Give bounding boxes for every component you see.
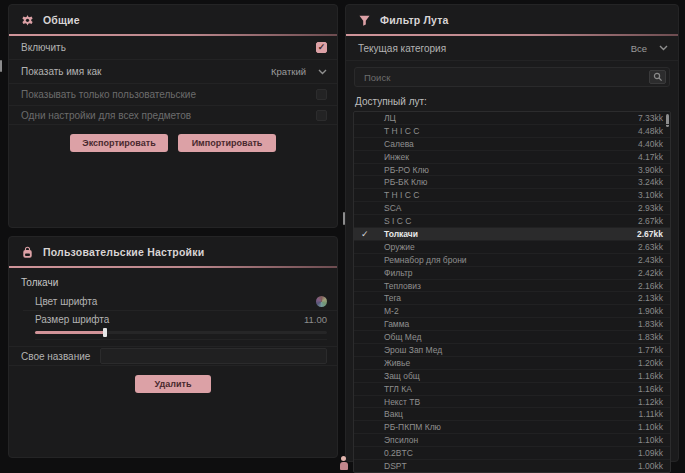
loot-item-value: 1.12kk xyxy=(638,397,663,407)
loot-list-item[interactable]: ✓ Ремнабор для брони 2.43kk xyxy=(354,254,670,267)
mod-config-window: Общие Включить Показать имя как Краткий … xyxy=(0,0,685,473)
loot-list-item[interactable]: ✓ РБ-ПКПМ Клю 1.10kk xyxy=(354,421,670,434)
loot-item-value: 4.48kk xyxy=(638,126,663,136)
loot-list-item[interactable]: ✓ Тега 2.13kk xyxy=(354,292,670,305)
loot-item-value: 4.40kk xyxy=(638,139,663,149)
loot-list-item[interactable]: ✓ М-2 1.90kk xyxy=(354,305,670,318)
loot-item-name: DSPT xyxy=(384,461,407,471)
loot-item-name: ЛЦ xyxy=(384,113,396,123)
loot-list-item[interactable]: ✓ Фильтр 2.42kk xyxy=(354,267,670,280)
loot-list-item[interactable]: ✓ Инжек 4.17kk xyxy=(354,151,670,164)
search-bar xyxy=(354,67,670,87)
enable-row: Включить xyxy=(9,36,337,60)
loot-item-name: Оружие xyxy=(384,242,415,252)
search-input[interactable] xyxy=(362,71,649,84)
import-button[interactable]: Импортировать xyxy=(178,134,276,152)
loot-item-value: 2.42kk xyxy=(638,268,663,278)
loot-list-item[interactable]: ✓ ТГЛ КА 1.16kk xyxy=(354,383,670,396)
loot-item-value: 1.16kk xyxy=(638,371,663,381)
name-mode-select[interactable]: Краткий xyxy=(271,66,327,77)
loot-item-value: 2.67kk xyxy=(637,229,663,239)
export-button[interactable]: Экспортировать xyxy=(70,134,168,152)
panel-title: Фильтр Лута xyxy=(380,14,449,26)
loot-item-name: Некст ТВ xyxy=(384,397,420,407)
loot-list-item[interactable]: ✓ Салева 4.40kk xyxy=(354,138,670,151)
panel-title: Общие xyxy=(43,14,80,26)
name-mode-label: Показать имя как xyxy=(21,66,101,77)
loot-item-value: 1.90kk xyxy=(638,306,663,316)
loot-item-value: 2.13kk xyxy=(638,293,663,303)
loot-item-value: 1.77kk xyxy=(638,345,663,355)
user-settings-header: Пользовательские Настройки xyxy=(9,237,337,266)
loot-item-value: 1.11kk xyxy=(639,409,663,419)
loot-list-item[interactable]: ✓ Тепловиз 2.16kk xyxy=(354,280,670,293)
loot-item-value: 1.00kk xyxy=(638,461,663,471)
loot-item-name: Инжек xyxy=(384,152,409,162)
loot-item-name: S I С С xyxy=(384,216,411,226)
custom-name-label: Свое название xyxy=(21,351,90,362)
same-for-all-label: Одни настройки для всех предметов xyxy=(21,110,191,121)
loot-list-item[interactable]: ✓ 0.2BTC 1.09kk xyxy=(354,447,670,460)
loot-item-name: М-2 xyxy=(384,306,399,316)
loot-list-item[interactable]: ✓ Вакц 1.11kk xyxy=(354,408,670,421)
name-mode-value: Краткий xyxy=(271,66,306,77)
loot-item-value: 2.43kk xyxy=(638,255,663,265)
loot-filter-panel: Фильтр Лута Текущая категория Все xyxy=(345,4,679,462)
loot-item-name: Вакц xyxy=(384,409,403,419)
loot-item-value: 1.83kk xyxy=(638,319,663,329)
font-size-slider[interactable] xyxy=(35,327,327,340)
loot-list-item[interactable]: ✓ Гамма 1.83kk xyxy=(354,318,670,331)
drag-handle-icon[interactable] xyxy=(339,456,348,471)
loot-item-name: РБ-РО Клю xyxy=(384,165,429,175)
font-size-value: 11.00 xyxy=(304,314,327,325)
funnel-icon xyxy=(358,14,371,27)
loot-list-item[interactable]: ✓ РБ-БК Клю 3.24kk xyxy=(354,176,670,189)
loot-list-item[interactable]: ✓ SCA 2.93kk xyxy=(354,202,670,215)
font-color-label: Цвет шрифта xyxy=(35,296,97,307)
loot-item-name: Т Н I С С xyxy=(384,190,419,200)
loot-list-item[interactable]: ✓ ЛЦ 7.33kk xyxy=(354,112,670,125)
loot-list-item[interactable]: ✓ РБ-РО Клю 3.90kk xyxy=(354,164,670,177)
loot-item-value: 2.93kk xyxy=(638,203,663,213)
loot-item-value: 3.90kk xyxy=(638,165,663,175)
name-mode-row: Показать имя как Краткий xyxy=(9,60,337,84)
loot-list-item[interactable]: ✓ Оружие 2.63kk xyxy=(354,241,670,254)
loot-item-name: Гамма xyxy=(384,319,409,329)
delete-button[interactable]: Удалить xyxy=(135,375,211,393)
loot-list-item[interactable]: ✓ Живье 1.20kk xyxy=(354,357,670,370)
loot-item-value: 3.24kk xyxy=(638,177,663,187)
search-button[interactable] xyxy=(649,70,666,84)
loot-item-name: Живье xyxy=(384,358,410,368)
loot-item-name: Т Н I С С xyxy=(384,126,419,136)
only-custom-checkbox[interactable] xyxy=(316,89,327,100)
column-scrollbar-thumb[interactable] xyxy=(343,212,345,225)
grip-body xyxy=(340,462,348,470)
loot-list-item[interactable]: ✓ S I С С 2.67kk xyxy=(354,215,670,228)
left-edge-scrollbar-thumb[interactable] xyxy=(0,60,2,72)
loot-item-name: Толкачи xyxy=(384,229,418,239)
loot-item-value: 3.10kk xyxy=(638,190,663,200)
loot-list-item[interactable]: ✓ Эпсилон 1.10kk xyxy=(354,434,670,447)
loot-list-item[interactable]: ✓ Т Н I С С 3.10kk xyxy=(354,189,670,202)
export-import-row: Экспортировать Импортировать xyxy=(9,134,337,152)
loot-list-item[interactable]: ✓ Некст ТВ 1.12kk xyxy=(354,396,670,409)
loot-item-name: Салева xyxy=(384,139,414,149)
only-custom-row: Показывать только пользовательские xyxy=(9,84,337,106)
enable-checkbox[interactable] xyxy=(316,42,327,53)
color-picker-icon[interactable] xyxy=(316,296,327,307)
panel-title: Пользовательские Настройки xyxy=(43,246,204,258)
loot-list-item[interactable]: ✓ Защ общ 1.16kk xyxy=(354,370,670,383)
loot-item-value: 4.17kk xyxy=(638,152,663,162)
grip-head xyxy=(341,456,346,461)
category-select[interactable]: Все xyxy=(631,43,668,54)
loot-list-item[interactable]: ✓ Толкачи 2.67kk xyxy=(354,228,670,241)
loot-list-item[interactable]: ✓ Т Н I С С 4.48kk xyxy=(354,125,670,138)
same-for-all-checkbox[interactable] xyxy=(316,110,327,121)
loot-list-item[interactable]: ✓ Эрош Зап Мед 1.77kk xyxy=(354,344,670,357)
custom-name-input[interactable] xyxy=(100,348,327,364)
loot-list-item[interactable]: ✓ DSPT 1.00kk xyxy=(354,460,670,472)
loot-item-value: 1.20kk xyxy=(638,358,663,368)
slider-handle[interactable] xyxy=(103,328,107,337)
loot-list-item[interactable]: ✓ Общ Мед 1.83kk xyxy=(354,331,670,344)
font-size-label: Размер шрифта xyxy=(35,314,109,325)
